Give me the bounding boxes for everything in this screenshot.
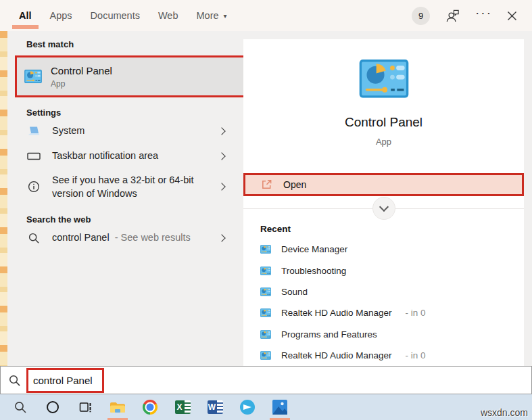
control-panel-icon (260, 351, 271, 360)
search-results-column: Best match Control Panel App Settings Sy… (7, 31, 235, 366)
taskbar-word-button[interactable]: W (199, 394, 231, 420)
update-count-badge[interactable]: 9 (412, 7, 430, 25)
recent-item-device-manager[interactable]: Device Manager (243, 239, 524, 260)
preview-app-title: Control Panel (345, 115, 422, 130)
tab-documents[interactable]: Documents (91, 0, 140, 31)
excel-icon: X (175, 400, 191, 414)
result-preview-panel: Control Panel App Open Recent Device Man… (243, 39, 524, 366)
telegram-icon (240, 400, 255, 415)
control-panel-icon (260, 330, 271, 339)
control-panel-icon (260, 266, 271, 275)
settings-item-system[interactable]: System (19, 119, 235, 143)
control-panel-icon (260, 245, 271, 254)
control-panel-icon (260, 308, 271, 317)
settings-item-32-64-bit[interactable]: See if you have a 32-bit or 64-bit versi… (19, 169, 235, 204)
search-query-annotation: control Panel (26, 368, 104, 393)
control-panel-icon (260, 287, 271, 296)
expand-divider (243, 196, 524, 221)
word-icon: W (208, 400, 223, 414)
taskbar-chrome-button[interactable] (134, 394, 166, 420)
web-search-suggestion[interactable]: control Panel - See web results (19, 226, 235, 250)
best-match-header: Best match (26, 39, 235, 49)
system-icon (26, 126, 41, 137)
search-input[interactable]: control Panel (33, 375, 93, 386)
recent-header: Recent (260, 224, 291, 234)
search-web-header: Search the web (26, 214, 235, 225)
chrome-icon (143, 400, 158, 415)
topbar-actions: 9 ··· (412, 7, 517, 25)
chevron-right-icon (218, 127, 225, 135)
taskbar-photos-button[interactable] (264, 394, 296, 420)
recent-item-programs-and-features[interactable]: Programs and Features (243, 323, 524, 344)
settings-item-taskbar-notification-area[interactable]: Taskbar notification area (19, 144, 235, 168)
feedback-person-icon[interactable] (445, 9, 460, 23)
search-icon (14, 400, 27, 414)
open-button[interactable]: Open (243, 173, 524, 196)
web-query: control Panel (52, 232, 110, 243)
recent-item-realtek-hd-audio-manager-2[interactable]: Realtek HD Audio Manager - in 0 (243, 345, 524, 366)
result-subtitle: App (51, 79, 112, 89)
taskbar-excel-button[interactable]: X (166, 394, 199, 420)
chevron-down-icon (379, 202, 388, 212)
settings-header: Settings (26, 108, 235, 118)
expand-actions-button[interactable] (372, 197, 395, 220)
open-external-icon (261, 179, 272, 190)
recent-item-troubleshooting[interactable]: Troubleshooting (243, 260, 524, 281)
taskbar-area-icon (26, 152, 41, 160)
task-view-icon (78, 400, 93, 414)
result-title: Control Panel (51, 65, 112, 76)
preview-app-subtitle: App (376, 137, 391, 147)
photos-icon (272, 400, 287, 415)
recent-item-realtek-hd-audio-manager[interactable]: Realtek HD Audio Manager - in 0 (243, 302, 524, 323)
tab-more[interactable]: More ▾ (197, 0, 227, 31)
chevron-down-icon: ▾ (224, 12, 227, 20)
info-icon (26, 181, 41, 193)
start-search-panel: All Apps Documents Web More ▾ 9 ··· (0, 0, 532, 420)
control-panel-icon (24, 70, 42, 83)
taskbar-telegram-button[interactable] (231, 394, 264, 420)
taskbar-cortana-button[interactable] (37, 394, 69, 420)
more-options-icon[interactable]: ··· (475, 9, 492, 22)
taskbar-task-view-button[interactable] (69, 394, 101, 420)
recent-item-sound[interactable]: Sound (243, 281, 524, 302)
chevron-right-icon (218, 234, 225, 241)
cortana-icon (47, 401, 59, 413)
windows-taskbar: X W (0, 394, 532, 420)
taskbar-file-explorer-button[interactable] (101, 394, 134, 420)
search-filter-bar: All Apps Documents Web More ▾ 9 ··· (0, 0, 532, 31)
desktop-background-strip (0, 31, 7, 366)
close-icon[interactable] (507, 11, 517, 21)
tab-all[interactable]: All (19, 0, 32, 31)
search-icon (26, 232, 41, 244)
control-panel-icon (359, 60, 409, 98)
file-explorer-icon (110, 401, 126, 414)
chevron-right-icon (218, 183, 225, 190)
taskbar-search-button[interactable] (4, 394, 37, 420)
tab-web[interactable]: Web (158, 0, 178, 31)
tab-apps[interactable]: Apps (50, 0, 72, 31)
chevron-right-icon (218, 152, 225, 160)
web-query-suffix: - See web results (112, 232, 191, 243)
search-icon (8, 374, 21, 387)
taskbar-search-box[interactable]: control Panel (0, 366, 532, 394)
best-match-result-control-panel[interactable]: Control Panel App (15, 55, 245, 97)
watermark: wsxdn.com (481, 407, 528, 418)
